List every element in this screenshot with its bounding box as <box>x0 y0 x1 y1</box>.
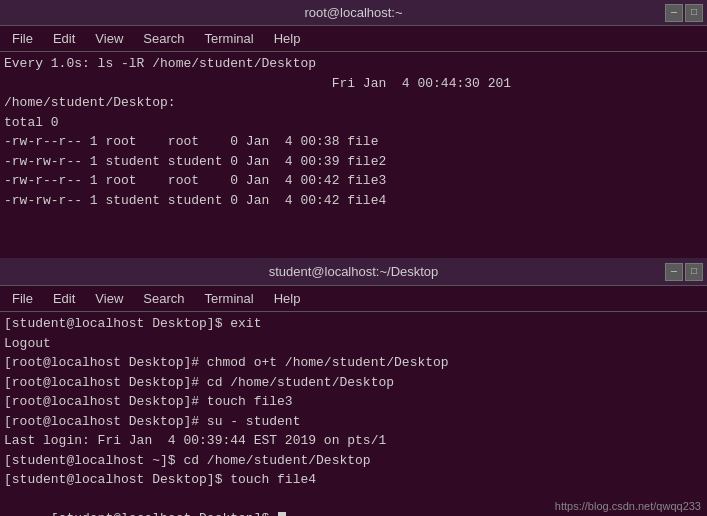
top-menu-terminal[interactable]: Terminal <box>197 29 262 48</box>
top-terminal-window: root@localhost:~ — □ File Edit View Sear… <box>0 0 707 258</box>
bottom-maximize-button[interactable]: □ <box>685 263 703 281</box>
bottom-menu-edit[interactable]: Edit <box>45 289 83 308</box>
bottom-line-7: [student@localhost ~]$ cd /home/student/… <box>4 451 703 471</box>
bottom-menu-bar: File Edit View Search Terminal Help <box>0 286 707 312</box>
bottom-line-0: [student@localhost Desktop]$ exit <box>4 314 703 334</box>
bottom-minimize-button[interactable]: — <box>665 263 683 281</box>
top-menu-bar: File Edit View Search Terminal Help <box>0 26 707 52</box>
watermark-text: https://blog.csdn.net/qwqq233 <box>555 500 701 512</box>
top-window-controls: — □ <box>665 4 703 22</box>
bottom-line-4: [root@localhost Desktop]# touch file3 <box>4 392 703 412</box>
top-line-6: -rw-rw-r-- 1 student student 0 Jan 4 00:… <box>4 152 703 172</box>
top-line-3: /home/student/Desktop: <box>4 93 703 113</box>
top-menu-help[interactable]: Help <box>266 29 309 48</box>
bottom-menu-terminal[interactable]: Terminal <box>197 289 262 308</box>
bottom-menu-search[interactable]: Search <box>135 289 192 308</box>
top-title-bar: root@localhost:~ — □ <box>0 0 707 26</box>
bottom-line-1: Logout <box>4 334 703 354</box>
terminal-cursor <box>278 512 286 516</box>
top-menu-search[interactable]: Search <box>135 29 192 48</box>
top-menu-edit[interactable]: Edit <box>45 29 83 48</box>
bottom-window-controls: — □ <box>665 263 703 281</box>
top-line-0: Every 1.0s: ls -lR /home/student/Desktop <box>4 54 703 74</box>
bottom-window-title: student@localhost:~/Desktop <box>269 264 439 279</box>
bottom-line-8: [student@localhost Desktop]$ touch file4 <box>4 470 703 490</box>
bottom-menu-view[interactable]: View <box>87 289 131 308</box>
top-line-7: -rw-r--r-- 1 root root 0 Jan 4 00:42 fil… <box>4 171 703 191</box>
bottom-title-bar: student@localhost:~/Desktop — □ <box>0 258 707 286</box>
top-minimize-button[interactable]: — <box>665 4 683 22</box>
bottom-line-5: [root@localhost Desktop]# su - student <box>4 412 703 432</box>
top-line-4: total 0 <box>4 113 703 133</box>
top-line-8: -rw-rw-r-- 1 student student 0 Jan 4 00:… <box>4 191 703 211</box>
bottom-line-2: [root@localhost Desktop]# chmod o+t /hom… <box>4 353 703 373</box>
bottom-terminal-window: student@localhost:~/Desktop — □ File Edi… <box>0 258 707 516</box>
bottom-line-3: [root@localhost Desktop]# cd /home/stude… <box>4 373 703 393</box>
top-line-1: Fri Jan 4 00:44:30 201 <box>4 74 703 94</box>
top-maximize-button[interactable]: □ <box>685 4 703 22</box>
top-terminal-content: Every 1.0s: ls -lR /home/student/Desktop… <box>0 52 707 258</box>
top-line-5: -rw-r--r-- 1 root root 0 Jan 4 00:38 fil… <box>4 132 703 152</box>
bottom-line-6: Last login: Fri Jan 4 00:39:44 EST 2019 … <box>4 431 703 451</box>
bottom-menu-help[interactable]: Help <box>266 289 309 308</box>
top-menu-view[interactable]: View <box>87 29 131 48</box>
bottom-menu-file[interactable]: File <box>4 289 41 308</box>
top-menu-file[interactable]: File <box>4 29 41 48</box>
bottom-terminal-content: [student@localhost Desktop]$ exit Logout… <box>0 312 707 516</box>
top-window-title: root@localhost:~ <box>304 5 402 20</box>
